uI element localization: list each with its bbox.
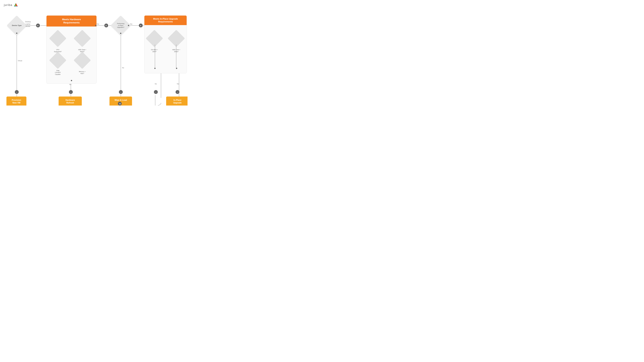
- no-label-iu: No: [155, 83, 157, 85]
- os-w10-diamond: OS W10 >1909?: [148, 32, 160, 44]
- meets-hw-header: Meets HardwareRequirements: [46, 15, 96, 26]
- logo: juriba: [4, 2, 18, 7]
- logo-text: juriba: [4, 3, 12, 7]
- memory-diamond: Memory >4Gb?: [76, 54, 88, 66]
- flowchart-container: Device Type DesktopLaptopMobile ► Meets …: [2, 10, 185, 103]
- logo-icon: [14, 2, 18, 7]
- yes-label-iu: Yes: [177, 83, 179, 85]
- meets-iu-panel: Meets In-Place UpgradeRequirements OS W1…: [144, 15, 187, 73]
- meets-iu-header: Meets In-Place UpgradeRequirements: [144, 15, 187, 25]
- device-options-label: DesktopLaptopMobile: [25, 20, 31, 27]
- no-label-performing: No: [122, 67, 124, 69]
- inplace-upgrade-box: In-PlaceUpgrade: [166, 96, 188, 105]
- no-label-hw: No: [69, 84, 71, 85]
- arrow-to-wipe-load: ◀: [118, 102, 122, 105]
- arrow-hw-no-down: ⌄: [69, 90, 73, 94]
- arrow-virtual-down: ⌄: [15, 90, 19, 94]
- os-w10-label: OS W10 >1909?: [148, 44, 160, 57]
- meets-hw-panel: Meets HardwareRequirements CPUSupported?…: [46, 15, 96, 84]
- yes-label-hw: Yes: [96, 23, 99, 25]
- hdd-total-diamond: HDD Total >64Gb?: [76, 32, 88, 44]
- hdd-free-diamond: HDD Free >20Gb?: [170, 32, 182, 44]
- device-type-diamond: Device Type: [10, 18, 24, 32]
- device-type-label: Device Type: [10, 18, 24, 32]
- provision-vm-box: ProvisionNew VM: [6, 96, 26, 105]
- arrow-hw-to-performing: ►: [104, 23, 108, 27]
- arrow-hdd-yes-down: ⌄: [176, 90, 180, 94]
- memory-label: Memory >4Gb?: [76, 66, 88, 79]
- hardware-refresh-box: HardwareRefresh: [58, 96, 82, 105]
- virtual-label: Virtual: [18, 60, 22, 62]
- hdd-free-label: HDD Free >20Gb?: [170, 44, 182, 57]
- arrow-performing-to-iu: ►: [139, 23, 143, 27]
- tpm-diamond: TPM2.0/UEFICapable: [52, 54, 64, 66]
- performing-diamond: Performingin-PlaceUpgrades?: [114, 18, 128, 32]
- tpm-label: TPM2.0/UEFICapable: [52, 66, 64, 79]
- yes-label-performing: Yes: [130, 23, 132, 25]
- cpu-supported-diamond: CPUSupported?: [52, 32, 64, 44]
- arrow-device-to-hw: ►: [36, 23, 40, 27]
- arrow-performing-no-down: ⌄: [119, 90, 123, 94]
- performing-label: Performingin-PlaceUpgrades?: [114, 18, 128, 32]
- arrow-os-no-down: ⌄: [154, 90, 158, 94]
